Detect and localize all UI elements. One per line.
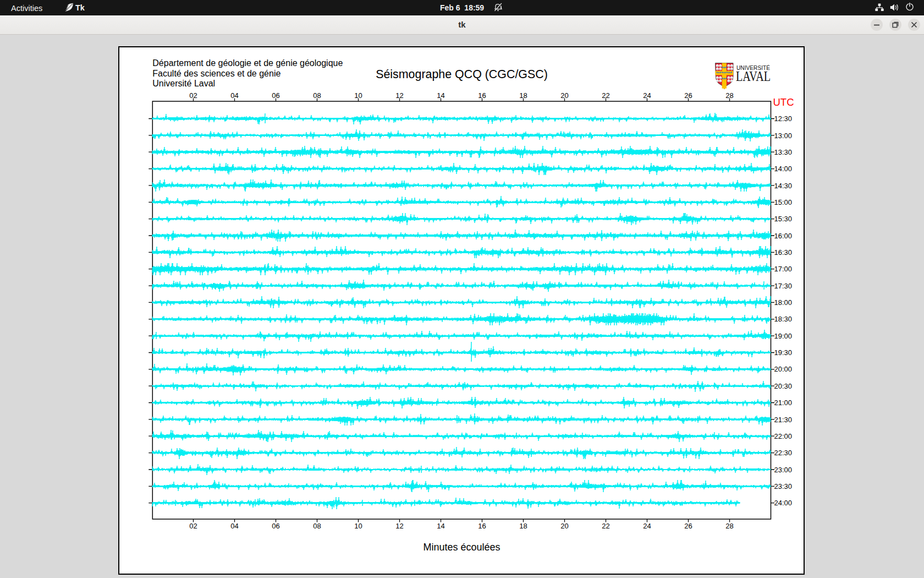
svg-text:14:00: 14:00 [774, 165, 793, 173]
svg-text:02: 02 [189, 91, 197, 100]
svg-text:21:00: 21:00 [774, 399, 793, 407]
svg-text:23:00: 23:00 [774, 466, 793, 474]
svg-text:14: 14 [437, 522, 444, 530]
svg-text:20: 20 [560, 522, 568, 530]
svg-text:12: 12 [395, 522, 403, 530]
svg-text:Département de géologie et de: Département de géologie et de génie géol… [152, 58, 343, 68]
svg-text:24: 24 [643, 91, 651, 100]
svg-text:08: 08 [313, 91, 321, 100]
svg-text:08: 08 [313, 522, 321, 530]
svg-text:20:00: 20:00 [774, 365, 793, 373]
svg-text:06: 06 [272, 522, 279, 530]
svg-text:26: 26 [684, 522, 692, 530]
svg-text:18: 18 [519, 522, 527, 530]
svg-text:14:30: 14:30 [774, 182, 793, 190]
svg-text:LAVAL: LAVAL [736, 69, 771, 84]
svg-text:UTC: UTC [773, 96, 794, 108]
svg-text:16: 16 [478, 91, 486, 100]
svg-text:20: 20 [560, 91, 568, 100]
svg-text:Université Laval: Université Laval [152, 79, 215, 88]
svg-text:15:30: 15:30 [774, 215, 793, 223]
svg-text:22: 22 [602, 91, 609, 100]
svg-text:16:30: 16:30 [774, 248, 793, 257]
svg-text:28: 28 [725, 91, 733, 100]
svg-text:13:30: 13:30 [774, 148, 793, 156]
svg-text:24: 24 [643, 522, 651, 530]
svg-text:22:00: 22:00 [774, 432, 793, 440]
svg-text:Minutes écoulées: Minutes écoulées [423, 542, 500, 553]
svg-text:19:30: 19:30 [774, 348, 793, 357]
svg-text:12:30: 12:30 [774, 114, 793, 123]
svg-text:Séismographe QCQ (CGC/GSC): Séismographe QCQ (CGC/GSC) [376, 68, 548, 81]
svg-text:22:30: 22:30 [774, 449, 793, 457]
svg-text:Faculté des sciences et de gén: Faculté des sciences et de génie [152, 69, 280, 78]
svg-text:10: 10 [354, 91, 362, 100]
svg-text:28: 28 [725, 522, 733, 530]
svg-text:18:00: 18:00 [774, 298, 793, 307]
svg-text:23:30: 23:30 [774, 482, 793, 490]
svg-text:06: 06 [272, 91, 279, 100]
svg-text:14: 14 [437, 91, 444, 100]
svg-text:21:30: 21:30 [774, 416, 793, 424]
svg-text:18: 18 [519, 91, 527, 100]
svg-text:13:00: 13:00 [774, 132, 793, 140]
svg-text:19:00: 19:00 [774, 332, 793, 340]
svg-text:22: 22 [602, 522, 609, 530]
svg-text:10: 10 [354, 522, 362, 530]
svg-text:12: 12 [395, 91, 403, 100]
svg-text:17:00: 17:00 [774, 265, 793, 273]
svg-text:26: 26 [684, 91, 692, 100]
svg-text:04: 04 [230, 522, 238, 530]
svg-text:20:30: 20:30 [774, 382, 793, 390]
svg-text:16: 16 [478, 522, 486, 530]
svg-text:24:00: 24:00 [774, 499, 793, 507]
svg-text:02: 02 [189, 522, 197, 530]
svg-text:04: 04 [230, 91, 238, 100]
svg-text:15:00: 15:00 [774, 198, 793, 206]
svg-text:17:30: 17:30 [774, 282, 793, 290]
svg-text:16:00: 16:00 [774, 232, 793, 240]
svg-text:18:30: 18:30 [774, 315, 793, 323]
